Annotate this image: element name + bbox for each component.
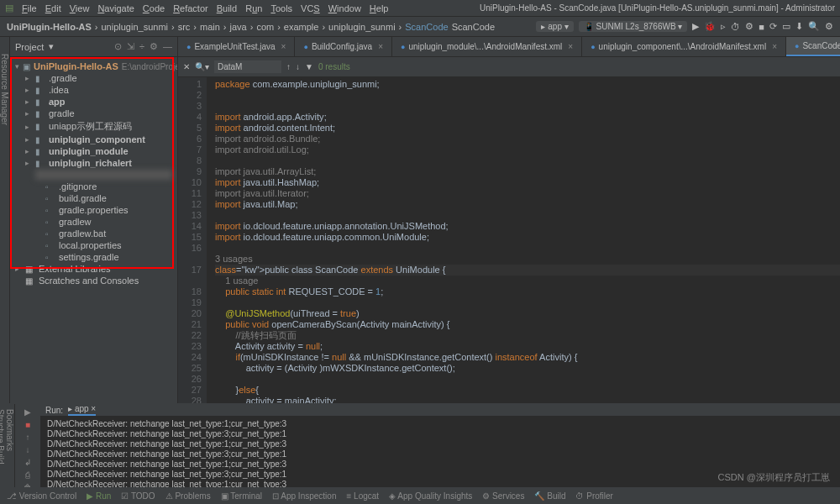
- code-editor[interactable]: ▲ 2 ✔ 1 ✖ 3 ^∨ 1234567891011121314151617…: [178, 77, 840, 403]
- tree-item[interactable]: ▸▮uniplugin_component: [12, 134, 176, 145]
- avd-icon[interactable]: ▭: [782, 21, 790, 32]
- tree-item[interactable]: ▫settings.gradle: [12, 251, 176, 263]
- stop-icon[interactable]: ■: [25, 420, 30, 429]
- code-text[interactable]: package com.example.uniplugin_sunmi; imp…: [207, 77, 840, 403]
- scratches[interactable]: ▦Scratches and Consoles: [12, 275, 176, 286]
- menu-edit[interactable]: Edit: [45, 3, 61, 13]
- left-rail[interactable]: Resource Manager: [0, 37, 10, 403]
- close-icon[interactable]: ×: [772, 42, 777, 51]
- print-icon[interactable]: ⎙: [25, 470, 30, 480]
- bc-root[interactable]: UniPlugin-Hello-AS: [7, 22, 92, 32]
- find-input[interactable]: [214, 60, 281, 73]
- select-opened-icon[interactable]: ⊙: [114, 41, 122, 52]
- run-config-tab[interactable]: ▸ app ×: [68, 404, 96, 416]
- collapse-icon[interactable]: ÷: [139, 41, 144, 52]
- tree-item[interactable]: ▸▮uniplugin_richalert: [12, 157, 176, 169]
- menu-run[interactable]: Run: [245, 3, 262, 13]
- menu-file[interactable]: File: [22, 3, 37, 13]
- run-icon[interactable]: ▶: [692, 21, 699, 32]
- bc-item[interactable]: src: [178, 22, 191, 32]
- find-prev-icon[interactable]: ↑: [286, 62, 291, 71]
- expand-icon[interactable]: ⇲: [127, 41, 134, 52]
- coverage-icon[interactable]: ▹: [721, 21, 726, 32]
- tree-item[interactable]: ▸▮uniplugin_module: [12, 145, 176, 157]
- status-item[interactable]: ⎇ Version Control: [7, 491, 76, 501]
- device-dropdown[interactable]: 📱 SUNMI L2s_8766WB ▾: [579, 21, 688, 32]
- status-item[interactable]: ⊡ App Inspection: [272, 491, 336, 501]
- bc-item[interactable]: main: [200, 22, 220, 32]
- editor-tab[interactable]: ●ScanCode.java×: [786, 37, 840, 56]
- menu-help[interactable]: Help: [370, 3, 389, 13]
- tree-item[interactable]: ▫gradlew: [12, 216, 176, 228]
- status-item[interactable]: ⚙ Services: [482, 491, 524, 501]
- tree-item[interactable]: ▫gradlew.bat: [12, 228, 176, 239]
- find-close-icon[interactable]: ✕: [183, 62, 190, 71]
- wrap-icon[interactable]: ↲: [24, 458, 31, 467]
- menu-build[interactable]: Build: [217, 3, 237, 13]
- debug-icon[interactable]: 🐞: [704, 21, 716, 32]
- editor-tab[interactable]: ●uniplugin_component\...\AndroidManifest…: [582, 37, 786, 56]
- tree-item[interactable]: ▸▮app: [12, 96, 176, 108]
- status-item[interactable]: ⚠ Problems: [165, 491, 211, 501]
- bc-item[interactable]: uniplugin_sunmi: [102, 22, 169, 32]
- editor-tab[interactable]: ●ExampleUnitTest.java×: [178, 37, 295, 56]
- project-header[interactable]: Project ▾ ⊙ ⇲ ÷ ⚙ —: [10, 37, 177, 57]
- tree-item[interactable]: ▫gradle.properties: [12, 204, 176, 216]
- tree-item[interactable]: ▸▮gradle: [12, 108, 176, 119]
- project-tab-label[interactable]: Project: [15, 42, 44, 52]
- tree-item[interactable]: ▫build.gradle: [12, 192, 176, 204]
- tree-item[interactable]: ▫.gitignore: [12, 181, 176, 192]
- rerun-icon[interactable]: ▶: [24, 407, 31, 417]
- search-icon[interactable]: 🔍: [808, 21, 820, 32]
- menu-refactor[interactable]: Refactor: [173, 3, 208, 13]
- tree-item[interactable]: ▸▮.gradle: [12, 72, 176, 84]
- close-icon[interactable]: ×: [378, 42, 383, 51]
- bc-current[interactable]: ScanCode: [452, 22, 495, 32]
- down-icon[interactable]: ↓: [26, 445, 30, 454]
- tree-item[interactable]: ▸▮uniapp示例工程源码: [12, 119, 176, 134]
- bc-item[interactable]: ScanCode: [405, 22, 448, 32]
- editor-tab[interactable]: ●BuildConfig.java×: [295, 37, 392, 56]
- hide-icon[interactable]: —: [163, 41, 172, 52]
- status-item[interactable]: ⏱ Profiler: [575, 491, 612, 501]
- bc-item[interactable]: com: [256, 22, 274, 32]
- gutter[interactable]: 1234567891011121314151617181920212223242…: [178, 77, 207, 403]
- external-libraries[interactable]: ▸▦External Libraries: [12, 263, 176, 275]
- bc-item[interactable]: example: [284, 22, 319, 32]
- bc-item[interactable]: uniplugin_sunmi: [328, 22, 396, 32]
- menu-tools[interactable]: Tools: [270, 3, 292, 13]
- bc-item[interactable]: java: [230, 22, 247, 32]
- editor-area: ●ExampleUnitTest.java×●BuildConfig.java×…: [178, 37, 840, 403]
- up-icon[interactable]: ↑: [26, 433, 30, 442]
- stop-icon[interactable]: ■: [759, 22, 764, 32]
- menu-vcs[interactable]: VCS: [301, 3, 320, 13]
- status-item[interactable]: ☑ TODO: [121, 491, 155, 501]
- tree-item[interactable]: ▸▮.idea: [12, 84, 176, 96]
- run-config-dropdown[interactable]: ▸ app ▾: [536, 21, 573, 32]
- menu-code[interactable]: Code: [143, 3, 165, 13]
- sync-icon[interactable]: ⟳: [769, 21, 777, 32]
- profile-icon[interactable]: ⏱: [731, 22, 740, 32]
- find-next-icon[interactable]: ↓: [296, 62, 300, 71]
- sdk-icon[interactable]: ⬇: [795, 21, 803, 32]
- settings-icon[interactable]: ⚙: [150, 41, 158, 52]
- settings-icon[interactable]: ⚙: [825, 21, 833, 32]
- filter-icon[interactable]: ▼: [305, 62, 313, 71]
- menu-view[interactable]: View: [70, 3, 90, 13]
- status-item[interactable]: ◈ App Quality Insights: [389, 491, 472, 501]
- menu-navigate[interactable]: Navigate: [97, 3, 134, 13]
- tree-item[interactable]: ▫local.properties: [12, 239, 176, 251]
- file-icon: ●: [303, 43, 307, 51]
- status-item[interactable]: ▣ Terminal: [221, 491, 262, 501]
- editor-tab[interactable]: ●uniplugin_module\...\AndroidManifest.xm…: [392, 37, 582, 56]
- tree-root[interactable]: ▾▣ UniPlugin-Hello-AS E:\androidProject\…: [12, 60, 176, 72]
- close-icon[interactable]: ×: [281, 42, 286, 51]
- close-icon[interactable]: ×: [568, 42, 573, 51]
- left-rail-bottom[interactable]: Bookmarks Structure Build Variants: [0, 404, 15, 487]
- status-item[interactable]: ≡ Logcat: [346, 491, 379, 501]
- menu-window[interactable]: Window: [328, 3, 361, 13]
- status-item[interactable]: 🔨 Build: [534, 491, 565, 501]
- status-item[interactable]: ▶ Run: [87, 491, 111, 501]
- menubar: ▤ File Edit View Navigate Code Refactor …: [0, 0, 840, 17]
- attach-icon[interactable]: ⚙: [745, 21, 753, 32]
